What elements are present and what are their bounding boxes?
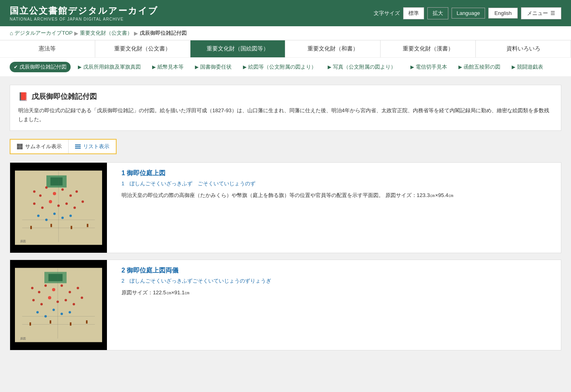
svg-point-12: [41, 207, 44, 209]
subnav-hakodate[interactable]: ▶ 函館五稜郭の図: [454, 62, 504, 72]
svg-point-39: [61, 285, 63, 287]
svg-rect-27: [50, 224, 52, 227]
svg-point-5: [39, 195, 42, 197]
item-thumbnail-2[interactable]: 原図: [10, 260, 107, 350]
svg-text:原図: 原図: [20, 337, 26, 340]
svg-point-46: [65, 299, 67, 302]
svg-rect-60: [86, 321, 88, 324]
svg-point-7: [53, 192, 56, 195]
svg-rect-57: [29, 323, 31, 326]
tab-kuniegizu[interactable]: 重要文化財（国絵図等）: [190, 40, 286, 57]
svg-point-37: [44, 285, 47, 287]
sub-navigation: ✔ 戊辰御即位雑記付図 ▶ 戊辰所用錦旗及軍旗真図 ▶ 紙幣見本等 ▶ 国書御委…: [0, 57, 571, 77]
tab-kenpouhou[interactable]: 憲法等: [0, 40, 95, 57]
tab-others[interactable]: 資料いろいろ: [476, 40, 571, 57]
item-entry-2: 原図 2 御即位庭上図両儀 2 ぼしんごそくいざっきふずごそくいていじょうのずり…: [10, 260, 561, 350]
arrow-icon-2: ▶: [152, 64, 156, 70]
svg-point-22: [69, 215, 72, 217]
svg-point-49: [36, 311, 39, 314]
svg-point-6: [45, 187, 48, 189]
font-size-label: 文字サイズ: [374, 10, 400, 17]
svg-rect-58: [50, 321, 51, 324]
tab-washo[interactable]: 重要文化財（和書）: [285, 40, 381, 57]
item-description-1: 明治天皇の即位式の際の高御座（たかみくら）や幣旗（庭上を飾る旗）等の位置や官員等…: [121, 191, 554, 200]
svg-point-44: [48, 296, 51, 300]
svg-point-38: [52, 288, 55, 291]
arrow-icon-1: ▶: [78, 64, 82, 70]
section-title-area: 📕 戊辰御即位雑記付図: [18, 92, 553, 101]
item-info-1: 1 御即位庭上図 1 ぼしんごそくいざっきふず ごそくいていじょうのず 明治天皇…: [115, 163, 561, 253]
tab-koubunjo[interactable]: 重要文化財（公文書）: [95, 40, 190, 57]
svg-point-8: [61, 189, 64, 191]
section-title-text: 戊辰御即位雑記付図: [31, 92, 97, 101]
item-subtitle-2: 2 ぼしんごそくいざっきふずごそくいていじょうのずりょうぎ: [121, 277, 554, 285]
home-icon: ⌂: [10, 30, 13, 36]
subnav-ezukou[interactable]: ▶ 絵図等（公文附属の図より）: [239, 62, 320, 72]
item-info-2: 2 御即位庭上図両儀 2 ぼしんごそくいざっきふずごそくいていじょうのずりょうぎ…: [115, 260, 561, 350]
grid-icon: [17, 144, 23, 149]
arrow-icon-7: ▶: [458, 64, 462, 70]
svg-rect-34: [48, 274, 63, 281]
site-subtitle: NATIONAL ARCHIVES OF JAPAN DIGITAL ARCHI…: [10, 17, 158, 21]
breadcrumb-sep-2: ▶: [134, 30, 138, 36]
arrow-icon-5: ▶: [328, 64, 331, 70]
site-title: 国立公文書館デジタルアーカイブ: [10, 5, 158, 17]
svg-text:原図: 原図: [20, 240, 26, 243]
menu-button[interactable]: メニュー ☰: [521, 7, 561, 19]
svg-point-36: [38, 291, 40, 293]
svg-point-41: [77, 287, 79, 289]
thumbnail-view-button[interactable]: サムネイル表示: [10, 140, 68, 153]
item-description-2: 原図サイズ：122.5㎝×91.1㎝: [121, 289, 554, 297]
svg-point-16: [73, 207, 76, 209]
item-entry-1: 原図 1 御即位庭上図 1 ぼしんごそくいざっきふず ごそくいていじょうのず 明…: [10, 162, 561, 253]
svg-point-42: [32, 299, 35, 302]
svg-point-15: [65, 203, 68, 205]
item-title-link-1[interactable]: 1 御即位庭上図: [121, 169, 554, 178]
site-header: 国立公文書館デジタルアーカイブ NATIONAL ARCHIVES OF JAP…: [0, 0, 571, 26]
subnav-shihei[interactable]: ▶ 紙幣見本等: [148, 62, 188, 72]
svg-point-52: [61, 313, 63, 315]
svg-point-20: [53, 213, 56, 215]
svg-point-4: [33, 191, 36, 193]
breadcrumb-current: 戊辰御即位雑記付図: [140, 29, 187, 37]
subnav-kokusho[interactable]: ▶ 国書御委任状: [191, 62, 236, 72]
breadcrumb-home-link[interactable]: デジタルアーカイブTOP: [15, 29, 73, 37]
item-thumbnail-1[interactable]: 原図: [10, 163, 107, 253]
section-description: 明治天皇の即位式の記録である「戊辰御即位雑記」の付図。絵を描いた浮田可成（182…: [18, 106, 553, 124]
svg-point-35: [31, 287, 33, 289]
svg-rect-26: [30, 226, 32, 229]
subnav-boshin-map[interactable]: ✔ 戊辰御即位雑記付図: [10, 62, 71, 72]
language-button[interactable]: Language: [452, 8, 485, 19]
arrow-icon-4: ▶: [243, 64, 247, 70]
arrow-icon-8: ▶: [512, 64, 515, 70]
font-standard-button[interactable]: 標準: [403, 7, 424, 19]
subnav-denshinkitte[interactable]: ▶ 電信切手見本: [406, 62, 451, 72]
svg-point-13: [49, 200, 52, 203]
breadcrumb-category-link[interactable]: 重要文化財（公文書）: [80, 29, 132, 37]
svg-point-40: [69, 291, 71, 293]
main-nav-tabs: 憲法等 重要文化財（公文書） 重要文化財（国絵図等） 重要文化財（和書） 重要文…: [0, 40, 571, 57]
item-title-link-2[interactable]: 2 御即位庭上図両儀: [121, 266, 554, 275]
view-toggle: サムネイル表示 リスト表示: [10, 139, 117, 154]
font-enlarge-button[interactable]: 拡大: [427, 7, 448, 19]
svg-point-21: [61, 217, 64, 219]
list-view-button[interactable]: リスト表示: [68, 140, 116, 153]
section-intro: 📕 戊辰御即位雑記付図 明治天皇の即位式の記録である「戊辰御即位雑記」の付図。絵…: [10, 85, 561, 131]
main-content: 📕 戊辰御即位雑記付図 明治天皇の即位式の記録である「戊辰御即位雑記」の付図。絵…: [0, 77, 571, 365]
subnav-shashin[interactable]: ▶ 写真（公文附属の図より）: [324, 62, 400, 72]
subnav-kyoto[interactable]: ▶ 競闘遊戯表: [508, 62, 547, 72]
svg-point-9: [69, 195, 72, 197]
book-icon: 📕: [18, 92, 28, 101]
svg-point-10: [75, 191, 78, 193]
hamburger-icon: ☰: [550, 10, 555, 16]
svg-point-17: [82, 201, 84, 203]
english-button[interactable]: English: [488, 8, 518, 19]
arrow-icon-6: ▶: [410, 64, 414, 70]
breadcrumb: ⌂ デジタルアーカイブTOP ▶ 重要文化財（公文書） ▶ 戊辰御即位雑記付図: [0, 26, 571, 40]
svg-rect-29: [87, 224, 88, 227]
tab-kansho[interactable]: 重要文化財（漢書）: [381, 40, 476, 57]
svg-point-18: [37, 215, 40, 217]
subnav-kinki[interactable]: ▶ 戊辰所用錦旗及軍旗真図: [74, 62, 145, 72]
check-icon: ✔: [14, 64, 18, 70]
logo-area: 国立公文書館デジタルアーカイブ NATIONAL ARCHIVES OF JAP…: [10, 5, 158, 21]
